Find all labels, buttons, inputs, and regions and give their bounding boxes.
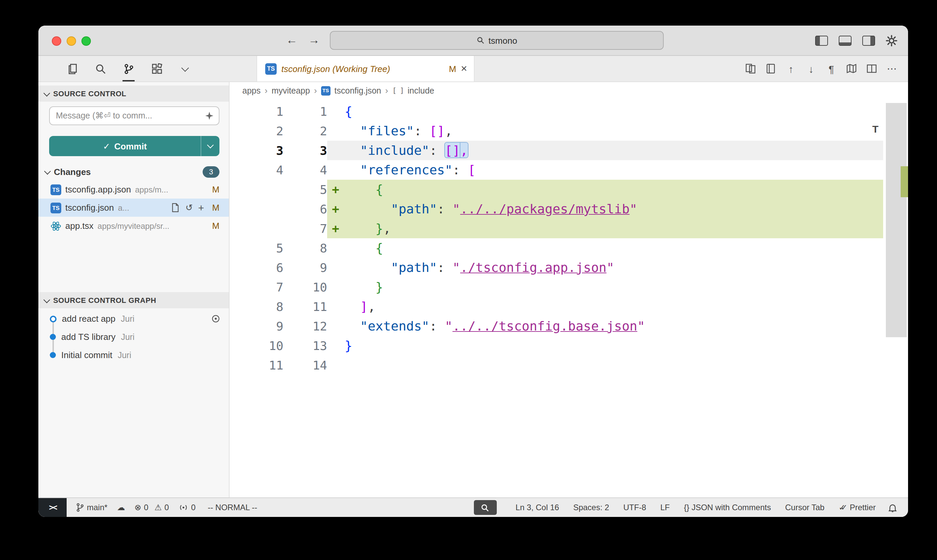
line-number-old[interactable]: 2	[229, 121, 283, 141]
reveal-target-icon[interactable]	[211, 314, 221, 324]
back-button[interactable]: ←	[286, 34, 297, 47]
line-number-new[interactable]: 6+	[283, 199, 327, 219]
branch-status-item[interactable]: main*	[76, 503, 108, 512]
source-control-section-header[interactable]: SOURCE CONTROL	[38, 86, 229, 102]
line-number-new[interactable]: 11	[283, 297, 327, 316]
line-number-old[interactable]: 6	[229, 258, 283, 277]
sync-status-item[interactable]: ☁	[117, 503, 125, 512]
line-number-new[interactable]: 1	[283, 102, 327, 121]
formatter-item[interactable]: ✓✓ Prettier	[839, 503, 876, 512]
more-views-chevron-icon[interactable]	[177, 56, 193, 82]
code-line[interactable]: 11{	[229, 102, 908, 121]
commit-row[interactable]: add react app Juri	[38, 309, 229, 328]
settings-gear-icon[interactable]	[886, 35, 897, 46]
forward-button[interactable]: →	[308, 34, 320, 47]
code-line[interactable]: 912 "extends": "../../tsconfig.base.json…	[229, 316, 908, 336]
zoom-status-button[interactable]	[474, 500, 497, 515]
commit-row[interactable]: add TS library Juri	[38, 328, 229, 346]
line-number-new[interactable]: 2	[283, 121, 327, 141]
commit-dropdown-button[interactable]	[201, 136, 220, 156]
line-number-old[interactable]: 7	[229, 277, 283, 297]
commit-message-input[interactable]	[49, 106, 220, 125]
line-number-old[interactable]: 1	[229, 102, 283, 121]
code-line[interactable]: 1013}	[229, 336, 908, 355]
compare-changes-icon[interactable]	[742, 61, 759, 77]
scrollbar[interactable]	[886, 103, 907, 337]
whitespace-pilcrow-icon[interactable]: ¶	[823, 61, 839, 77]
toggle-secondary-sidebar-icon[interactable]	[862, 35, 875, 45]
problems-status-item[interactable]: ⊗ 0 ⚠ 0	[134, 503, 169, 512]
search-view-icon[interactable]	[92, 56, 108, 82]
explorer-view-icon[interactable]	[64, 56, 80, 82]
breadcrumb-item[interactable]: tsconfig.json	[335, 86, 382, 95]
code-line[interactable]: 1114	[229, 355, 908, 375]
line-number-old[interactable]: 8	[229, 297, 283, 316]
line-number-new[interactable]: 12	[283, 316, 327, 336]
minimize-window-button[interactable]	[67, 36, 76, 46]
toggle-panel-icon[interactable]	[839, 35, 851, 45]
line-number-new[interactable]: 14	[283, 355, 327, 375]
remote-indicator-button[interactable]: ><	[38, 498, 67, 517]
next-change-icon[interactable]: ↓	[803, 61, 819, 77]
code-line[interactable]: 69 "path": "./tsconfig.app.json"	[229, 258, 908, 277]
line-number-new[interactable]: 13	[283, 336, 327, 355]
vim-mode-indicator[interactable]: -- NORMAL --	[208, 503, 257, 512]
code-line[interactable]: 811 ],	[229, 297, 908, 316]
line-number-new[interactable]: 4	[283, 160, 327, 180]
source-control-view-icon[interactable]	[120, 56, 137, 82]
line-number-old[interactable]	[229, 199, 283, 219]
notifications-bell-icon[interactable]	[888, 503, 897, 512]
code-line[interactable]: 6+ "path": "../../packages/mytslib"	[229, 199, 908, 219]
line-number-old[interactable]: 11	[229, 355, 283, 375]
stage-changes-icon[interactable]: +	[198, 202, 204, 213]
tab-tsconfig-working-tree[interactable]: TS tsconfig.json (Working Tree) M ×	[257, 56, 475, 82]
line-number-new[interactable]: 8	[283, 238, 327, 258]
changes-header[interactable]: Changes 3	[38, 163, 229, 180]
line-number-old[interactable]: 4	[229, 160, 283, 180]
more-actions-icon[interactable]: ⋯	[884, 61, 900, 77]
breadcrumb-item[interactable]: apps	[242, 86, 260, 95]
code-line[interactable]: 44 "references": [	[229, 160, 908, 180]
extensions-view-icon[interactable]	[149, 56, 165, 82]
toggle-primary-sidebar-icon[interactable]	[815, 35, 828, 45]
line-number-old[interactable]	[229, 219, 283, 238]
close-window-button[interactable]	[52, 36, 61, 46]
commit-button[interactable]: ✓ Commit	[49, 136, 220, 156]
ports-status-item[interactable]: 0	[178, 503, 195, 512]
line-number-new[interactable]: 10	[283, 277, 327, 297]
indentation-item[interactable]: Spaces: 2	[573, 503, 609, 512]
tab-close-icon[interactable]: ×	[461, 63, 467, 74]
command-center-search[interactable]: tsmono	[330, 31, 664, 50]
line-number-new[interactable]: 5+	[283, 180, 327, 199]
breadcrumb-item[interactable]: myviteapp	[272, 86, 310, 95]
code-line[interactable]: 710 }	[229, 277, 908, 297]
line-number-new[interactable]: 9	[283, 258, 327, 277]
line-number-new[interactable]: 7+	[283, 219, 327, 238]
code-area[interactable]: 11{22 "files": [],33 "include": [],44 "r…	[229, 99, 908, 497]
cursor-tab-item[interactable]: Cursor Tab	[785, 503, 825, 512]
commit-row[interactable]: Initial commit Juri	[38, 346, 229, 364]
line-number-old[interactable]: 5	[229, 238, 283, 258]
notebook-icon[interactable]	[763, 61, 779, 77]
line-number-old[interactable]	[229, 180, 283, 199]
language-mode-item[interactable]: {} JSON with Comments	[684, 503, 771, 512]
line-number-old[interactable]: 10	[229, 336, 283, 355]
changed-file-row[interactable]: TS tsconfig.app.json apps/m... M	[38, 180, 229, 198]
encoding-item[interactable]: UTF-8	[623, 503, 646, 512]
source-control-graph-header[interactable]: SOURCE CONTROL GRAPH	[38, 292, 229, 308]
code-line[interactable]: 5+ {	[229, 180, 908, 199]
code-line[interactable]: 7+ },	[229, 219, 908, 238]
breadcrumb-item[interactable]: include	[408, 86, 434, 95]
line-number-old[interactable]: 9	[229, 316, 283, 336]
cursor-position-item[interactable]: Ln 3, Col 16	[515, 503, 559, 512]
changed-file-row[interactable]: app.tsx apps/myviteapp/sr... M	[38, 217, 229, 235]
map-icon[interactable]	[843, 61, 860, 77]
line-number-new[interactable]: 3	[283, 141, 327, 160]
line-number-old[interactable]: 3	[229, 141, 283, 160]
previous-change-icon[interactable]: ↑	[783, 61, 799, 77]
discard-changes-icon[interactable]: ↺	[185, 203, 193, 213]
copilot-sparkle-icon[interactable]	[205, 112, 213, 120]
eol-item[interactable]: LF	[660, 503, 670, 512]
code-line[interactable]: 22 "files": [],	[229, 121, 908, 141]
code-line[interactable]: 33 "include": [],	[229, 141, 908, 160]
